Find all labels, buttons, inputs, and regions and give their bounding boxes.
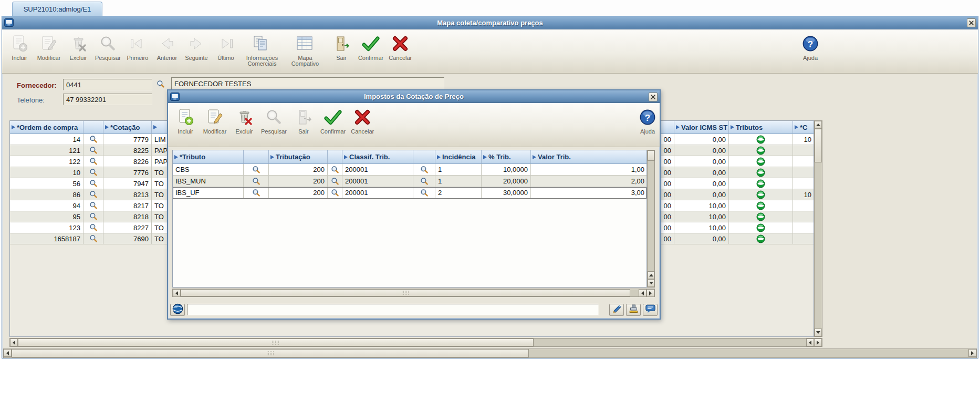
lookup-magnifier-icon[interactable] xyxy=(244,176,269,187)
tributos-button[interactable] xyxy=(729,189,793,200)
column-header-tributos[interactable]: Tributos xyxy=(729,121,793,134)
main-toolbar-button-confirmar[interactable]: Confirmar xyxy=(357,33,385,62)
lookup-magnifier-icon[interactable] xyxy=(84,222,103,233)
lookup-magnifier-icon[interactable] xyxy=(413,164,435,175)
dialog-toolbar-button-excluir[interactable]: Excluir xyxy=(230,106,258,135)
main-toolbar-button-sair[interactable]: Sair xyxy=(327,33,356,62)
pesquisar-icon xyxy=(99,33,117,54)
column-header-cotacao[interactable]: *Cotação xyxy=(103,121,152,134)
column-header-c[interactable]: *C xyxy=(793,121,814,134)
dialog-toolbar-button-confirmar[interactable]: Confirmar xyxy=(319,106,347,135)
dialog-toolbar-button-incluir[interactable]: Incluir xyxy=(171,106,200,135)
lookup-magnifier-icon[interactable] xyxy=(84,134,103,145)
fornecedor-code-input[interactable] xyxy=(63,79,152,90)
lookup-magnifier-icon[interactable] xyxy=(328,164,342,175)
fornecedor-name-input[interactable] xyxy=(171,77,444,90)
scroll-left-button[interactable] xyxy=(4,349,12,357)
dialog-help-button[interactable]: ? Ajuda xyxy=(633,106,662,135)
column-header-classif-trib[interactable]: Classif. Trib. xyxy=(342,150,413,163)
scroll-thumb[interactable] xyxy=(12,349,529,357)
lookup-magnifier-icon[interactable] xyxy=(328,187,342,198)
main-close-button[interactable] xyxy=(967,18,976,27)
tributos-button[interactable] xyxy=(729,134,793,145)
dialog-status-input[interactable] xyxy=(187,304,599,315)
tributos-button[interactable] xyxy=(729,167,793,178)
table-row-2[interactable]: IBS_UF200200001230,00003,00 xyxy=(173,187,647,199)
up-arrow-icon xyxy=(649,274,653,276)
main-toolbar-button-cancelar[interactable]: Cancelar xyxy=(386,33,414,62)
scroll-right-button[interactable] xyxy=(647,289,654,297)
tributos-button[interactable] xyxy=(729,156,793,167)
scroll-thumb[interactable] xyxy=(181,289,630,296)
chat-button[interactable] xyxy=(643,304,658,316)
lookup-magnifier-icon[interactable] xyxy=(84,233,103,244)
scroll-down-button[interactable] xyxy=(815,329,822,336)
table-row-1[interactable]: IBS_MUN200200001120,00002,00 xyxy=(173,176,647,187)
lookup-magnifier-icon[interactable] xyxy=(84,189,103,200)
tributos-button[interactable] xyxy=(729,200,793,211)
column-header-ordem-de-compra[interactable]: *Ordem de compra xyxy=(10,121,84,134)
column-header-blank[interactable] xyxy=(413,150,435,163)
scroll-thumb[interactable] xyxy=(18,339,534,346)
app-tab[interactable]: SUP21010:admlog/E1 xyxy=(12,2,102,16)
scroll-left-button[interactable] xyxy=(10,339,18,346)
lookup-magnifier-icon[interactable] xyxy=(84,178,103,189)
dialog-close-button[interactable] xyxy=(649,93,658,101)
tributos-button[interactable] xyxy=(729,222,793,233)
column-header-incidencia[interactable]: Incidência xyxy=(435,150,482,163)
lookup-magnifier-icon[interactable] xyxy=(328,176,342,187)
scroll-up-button[interactable] xyxy=(815,121,822,129)
stamp-button[interactable] xyxy=(626,304,641,316)
fornecedor-lookup-icon[interactable] xyxy=(157,80,165,88)
window-hscrollbar[interactable] xyxy=(3,349,977,358)
column-header-label: *Ordem de compra xyxy=(17,124,78,131)
main-table-vscrollbar[interactable] xyxy=(814,120,822,337)
main-help-button[interactable]: ? Ajuda xyxy=(796,33,825,62)
scroll-left-button[interactable] xyxy=(806,339,814,346)
lookup-magnifier-icon[interactable] xyxy=(84,156,103,167)
tributos-button[interactable] xyxy=(729,233,793,244)
dialog-toolbar-button-modificar[interactable]: Modificar xyxy=(201,106,229,135)
main-table-hscrollbar[interactable] xyxy=(9,338,822,347)
ordem-cell: 10 xyxy=(10,167,84,178)
lookup-magnifier-icon[interactable] xyxy=(84,145,103,156)
scroll-right-button[interactable] xyxy=(814,339,822,346)
tributos-button[interactable] xyxy=(729,211,793,222)
lookup-magnifier-icon[interactable] xyxy=(413,176,435,187)
dialog-table-hscrollbar[interactable] xyxy=(172,289,655,297)
dialog-table-vscrollbar[interactable] xyxy=(647,150,655,288)
main-toolbar-button-informacoes[interactable]: Informações Comerciais xyxy=(241,33,283,67)
table-row-0[interactable]: CBS200200001110,00001,00 xyxy=(173,164,647,176)
column-header-tributo[interactable]: *Tributo xyxy=(173,150,244,163)
column-header-tributacao[interactable]: Tributação xyxy=(269,150,328,163)
column-header-valor-trib[interactable]: Valor Trib. xyxy=(531,150,647,163)
column-header-blank[interactable] xyxy=(244,150,269,163)
scroll-down-button[interactable] xyxy=(648,279,654,287)
scroll-left-button[interactable] xyxy=(173,289,181,297)
lookup-magnifier-icon[interactable] xyxy=(84,167,103,178)
lookup-magnifier-icon[interactable] xyxy=(413,187,435,198)
telefone-label: Telefone: xyxy=(17,96,45,104)
scroll-right-button[interactable] xyxy=(968,349,976,357)
chat-icon xyxy=(645,304,656,315)
scroll-up-button[interactable] xyxy=(648,271,654,279)
column-header-blank[interactable] xyxy=(328,150,342,163)
main-toolbar-button-mapa[interactable]: Mapa Compativo xyxy=(284,33,326,67)
lookup-magnifier-icon[interactable] xyxy=(244,164,269,175)
edit-note-button[interactable] xyxy=(609,304,624,316)
scroll-thumb[interactable] xyxy=(815,129,822,162)
lookup-magnifier-icon[interactable] xyxy=(244,187,269,198)
dialog-toolbar-button-label: Confirmar xyxy=(320,129,346,135)
scroll-thumb[interactable] xyxy=(648,150,654,161)
scroll-left-button[interactable] xyxy=(639,289,647,297)
dialog-toolbar-button-cancelar[interactable]: Cancelar xyxy=(348,106,377,135)
globe-button[interactable] xyxy=(170,304,185,316)
column-header-valor-icms-st[interactable]: Valor ICMS ST xyxy=(674,121,729,134)
telefone-input[interactable] xyxy=(63,94,152,105)
lookup-magnifier-icon[interactable] xyxy=(84,200,103,211)
tributos-button[interactable] xyxy=(729,145,793,156)
tributos-button[interactable] xyxy=(729,178,793,189)
column-header-blank[interactable] xyxy=(84,121,103,134)
lookup-magnifier-icon[interactable] xyxy=(84,211,103,222)
column-header-trib[interactable]: % Trib. xyxy=(482,150,531,163)
